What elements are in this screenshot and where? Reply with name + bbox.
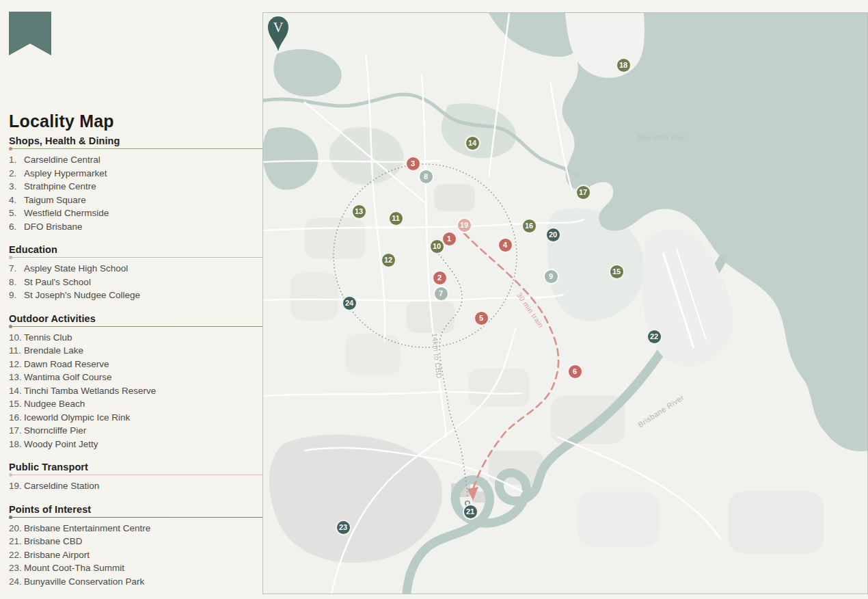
legend-item-number: 19.: [9, 479, 24, 493]
map-marker-8: 8: [418, 169, 434, 185]
map-marker-21: 21: [463, 504, 478, 520]
moreton-bay-label: Moreton Bay: [638, 133, 686, 142]
legend-item-label: Brisbane Airport: [24, 548, 262, 562]
legend-item-label: Tinchi Tamba Wetlands Reserve: [24, 384, 262, 398]
legend-item: 8.St Paul's School: [9, 276, 262, 289]
legend-item: 14.Tinchi Tamba Wetlands Reserve: [9, 384, 262, 398]
map-marker-5: 5: [474, 310, 489, 326]
map-marker-19: 19: [457, 217, 472, 233]
location-pin: V: [263, 13, 293, 53]
legend-item: 10.Tennis Club: [9, 331, 262, 345]
legend-section: Shops, Health & Dining1.Carseldine Centr…: [9, 135, 262, 233]
legend-item: 3.Strathpine Centre: [9, 180, 262, 194]
section-rule-dot: [9, 516, 12, 519]
legend-item-number: 17.: [9, 424, 24, 438]
legend-item-label: Brisbane Entertainment Centre: [24, 522, 262, 535]
legend-item-label: Bunyaville Conservation Park: [24, 575, 262, 589]
legend-item-number: 16.: [9, 411, 24, 425]
map-marker-17: 17: [575, 185, 591, 200]
legend-item: 11.Brendale Lake: [9, 344, 262, 358]
section-rule: [10, 148, 262, 149]
section-heading: Shops, Health & Dining: [9, 135, 262, 146]
legend-item: 7.Aspley State High School: [9, 262, 262, 276]
section-heading: Education: [9, 244, 262, 255]
section-rule-dot: [9, 473, 12, 477]
legend-section: Education7.Aspley State High School8.St …: [9, 244, 262, 302]
map-marker-12: 12: [381, 252, 396, 268]
legend-item-label: St Paul's School: [24, 276, 262, 289]
map-marker-2: 2: [432, 270, 448, 286]
legend-item-number: 12.: [9, 358, 24, 371]
legend-item-label: Wantima Golf Course: [24, 371, 262, 384]
legend-item-label: Woody Point Jetty: [24, 438, 262, 451]
map-marker-15: 15: [609, 264, 625, 280]
legend-item: 23.Mount Coot-Tha Summit: [9, 561, 262, 575]
map-marker-20: 20: [545, 227, 561, 243]
legend-sections: Shops, Health & Dining1.Carseldine Centr…: [9, 135, 262, 588]
section-rule-dot: [9, 325, 12, 328]
legend-item: 16.Iceworld Olympic Ice Rink: [9, 411, 262, 425]
legend-item-number: 23.: [9, 561, 24, 575]
section-rule: [10, 326, 262, 327]
legend-item-label: Strathpine Centre: [24, 180, 262, 194]
legend-item-number: 18.: [9, 438, 24, 451]
legend-item: 9.St Joseph's Nudgee College: [9, 289, 262, 302]
legend-item-number: 10.: [9, 331, 24, 345]
legend-item-label: Tennis Club: [24, 331, 262, 345]
map-marker-22: 22: [647, 329, 662, 345]
legend-item-number: 11.: [9, 344, 24, 358]
brand-bookmark-logo: [9, 12, 51, 55]
legend-item: 4.Taigum Square: [9, 194, 262, 207]
map-marker-11: 11: [388, 211, 404, 226]
legend-item-label: Aspley Hypermarket: [24, 167, 262, 181]
legend-item-label: Dawn Road Reserve: [24, 358, 262, 371]
legend-item-label: Brisbane CBD: [24, 535, 262, 548]
legend-item-number: 6.: [9, 220, 24, 234]
locality-map: Moreton Bay Brisbane River 14km to CBD 3…: [262, 12, 868, 594]
pin-letter: V: [273, 19, 283, 36]
section-rule-dot: [9, 256, 12, 259]
legend-item-label: Nudgee Beach: [24, 397, 262, 411]
map-marker-7: 7: [433, 286, 449, 302]
map-marker-10: 10: [429, 239, 445, 254]
legend-item: 13.Wantima Golf Course: [9, 371, 262, 384]
legend-item-number: 20.: [9, 522, 24, 535]
legend-item-number: 9.: [9, 289, 24, 302]
legend-item-label: Taigum Square: [24, 194, 262, 207]
map-marker-6: 6: [567, 364, 583, 380]
legend-item-label: Aspley State High School: [24, 262, 262, 276]
map-marker-3: 3: [405, 156, 421, 172]
legend-section: Outdoor Activities10.Tennis Club11.Brend…: [9, 313, 262, 451]
section-rule: [10, 475, 262, 475]
section-heading: Outdoor Activities: [9, 313, 262, 324]
legend-item-label: Carseldine Central: [24, 153, 262, 167]
legend-item-number: 4.: [9, 194, 24, 207]
legend-item: 24.Bunyaville Conservation Park: [9, 575, 262, 589]
legend-item-label: Iceworld Olympic Ice Rink: [24, 411, 262, 425]
legend-item-number: 1.: [9, 153, 24, 167]
legend-item: 22.Brisbane Airport: [9, 548, 262, 562]
legend-item: 17.Shorncliffe Pier: [9, 424, 262, 438]
legend-item-number: 22.: [9, 548, 24, 562]
legend-item: 6.DFO Brisbane: [9, 220, 262, 234]
legend-section: Public Transport19.Carseldine Station: [9, 462, 262, 493]
legend-item-number: 14.: [9, 384, 24, 398]
page-title: Locality Map: [9, 111, 114, 131]
map-marker-24: 24: [342, 295, 357, 311]
legend-item: 12.Dawn Road Reserve: [9, 358, 262, 371]
legend-item: 18.Woody Point Jetty: [9, 438, 262, 451]
legend-item: 19.Carseldine Station: [9, 479, 262, 493]
legend-item-number: 7.: [9, 262, 24, 276]
legend-item-label: St Joseph's Nudgee College: [24, 289, 262, 302]
legend-item-label: Carseldine Station: [24, 479, 262, 493]
map-marker-16: 16: [521, 218, 537, 234]
sidebar: Locality Map Shops, Health & Dining1.Car…: [0, 0, 262, 599]
section-rule: [10, 517, 262, 518]
map-marker-9: 9: [543, 269, 559, 284]
map-marker-14: 14: [465, 135, 480, 151]
legend-item-label: Westfield Chermside: [24, 207, 262, 220]
map-marker-13: 13: [351, 204, 367, 219]
legend-item: 15.Nudgee Beach: [9, 397, 262, 411]
legend-item-number: 3.: [9, 180, 24, 194]
map-marker-4: 4: [498, 237, 513, 253]
